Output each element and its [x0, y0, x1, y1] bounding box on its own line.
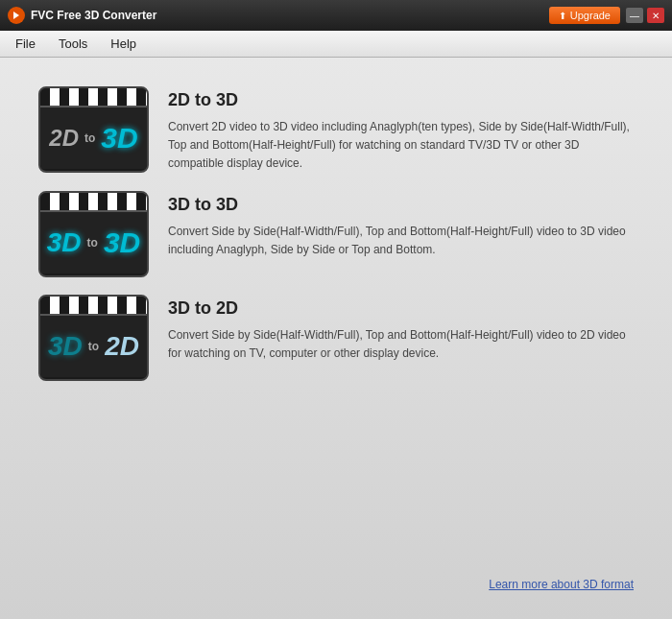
- window-controls: — ✕: [626, 8, 664, 23]
- close-button[interactable]: ✕: [647, 8, 664, 23]
- from-label-1: 2D: [49, 125, 79, 152]
- card-info-2: 3D to 3D Convert Side by Side(Half-Width…: [168, 191, 634, 259]
- card-title-1: 2D to 3D: [168, 90, 634, 110]
- card-desc-2: Convert Side by Side(Half-Width/Full), T…: [168, 223, 634, 259]
- card-3d-to-3d[interactable]: 3D to 3D 3D to 3D Convert Side by Side(H…: [38, 191, 634, 277]
- to-label-2: 3D: [104, 226, 140, 259]
- card-icon-3d-to-2d: 3D to 2D: [38, 295, 149, 381]
- menu-help[interactable]: Help: [101, 34, 146, 54]
- to-label-1: 3D: [101, 122, 137, 155]
- to-label-3: 2D: [105, 331, 139, 362]
- card-info-3: 3D to 2D Convert Side by Side(Half-Width…: [168, 295, 634, 363]
- card-icon-2d-to-3d: 2D to 3D: [38, 86, 149, 173]
- to-arrow-3: to: [88, 340, 99, 353]
- title-bar: FVC Free 3D Converter Upgrade — ✕: [0, 0, 672, 31]
- footer: Learn more about 3D format: [38, 575, 634, 600]
- from-label-2: 3D: [47, 227, 82, 258]
- clapper-body-1: 2D to 3D: [40, 107, 147, 169]
- card-title-3: 3D to 2D: [168, 298, 634, 319]
- title-bar-right: Upgrade — ✕: [549, 7, 664, 24]
- clapper-body-3: 3D to 2D: [40, 316, 147, 377]
- svg-marker-0: [13, 12, 19, 19]
- main-content: 2D to 3D 2D to 3D Convert 2D video to 3D…: [0, 58, 672, 619]
- card-title-2: 3D to 3D: [168, 195, 634, 215]
- from-label-3: 3D: [48, 331, 83, 362]
- card-info-1: 2D to 3D Convert 2D video to 3D video in…: [168, 86, 634, 174]
- card-desc-3: Convert Side by Side(Half-Width/Full), T…: [168, 326, 634, 363]
- upgrade-button[interactable]: Upgrade: [549, 7, 620, 24]
- card-desc-1: Convert 2D video to 3D video including A…: [168, 118, 634, 174]
- minimize-button[interactable]: —: [626, 8, 643, 23]
- card-2d-to-3d[interactable]: 2D to 3D 2D to 3D Convert 2D video to 3D…: [38, 86, 634, 174]
- app-title: FVC Free 3D Converter: [31, 9, 156, 22]
- to-arrow-2: to: [87, 236, 98, 250]
- title-bar-left: FVC Free 3D Converter: [8, 7, 156, 24]
- menu-tools[interactable]: Tools: [49, 34, 97, 54]
- learn-more-link[interactable]: Learn more about 3D format: [489, 578, 634, 591]
- card-icon-3d-to-3d: 3D to 3D: [38, 191, 149, 277]
- menu-bar: File Tools Help: [0, 31, 672, 58]
- clapper-body-2: 3D to 3D: [40, 212, 147, 274]
- cards-container: 2D to 3D 2D to 3D Convert 2D video to 3D…: [38, 86, 634, 381]
- app-icon: [8, 7, 25, 24]
- card-3d-to-2d[interactable]: 3D to 2D 3D to 2D Convert Side by Side(H…: [38, 295, 634, 381]
- to-arrow-1: to: [84, 131, 95, 145]
- menu-file[interactable]: File: [6, 34, 45, 54]
- clapper-top-2: [40, 193, 147, 212]
- clapper-top-3: [40, 297, 147, 316]
- clapper-top-1: [40, 88, 147, 107]
